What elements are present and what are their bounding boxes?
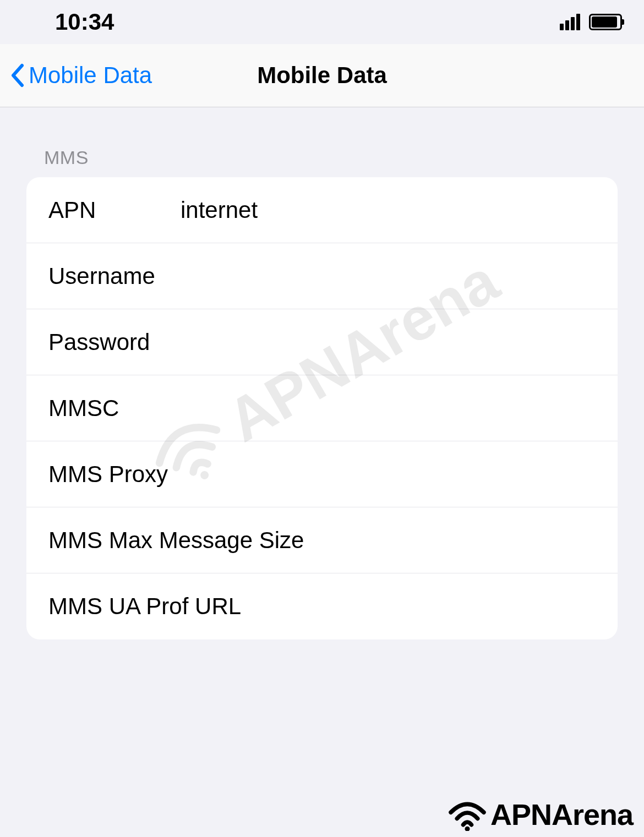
row-label-username: Username [48, 263, 181, 289]
wifi-icon [445, 798, 489, 831]
input-mmsc[interactable] [181, 395, 596, 422]
chevron-left-icon [10, 63, 25, 87]
row-label-mmsc: MMSC [48, 395, 181, 422]
branding-logo: APNArena [445, 797, 633, 831]
status-bar: 10:34 [0, 0, 644, 44]
input-mms-proxy[interactable] [181, 461, 596, 488]
back-button[interactable]: Mobile Data [10, 62, 152, 89]
branding-text: APNArena [490, 797, 633, 831]
content-area: MMS APN Username Password MMSC MMS Proxy… [0, 107, 644, 639]
status-time: 10:34 [55, 9, 114, 35]
input-mms-ua-prof-url[interactable] [241, 593, 596, 620]
input-username[interactable] [181, 263, 596, 289]
row-password[interactable]: Password [26, 309, 618, 375]
row-mmsc[interactable]: MMSC [26, 375, 618, 441]
battery-icon [589, 14, 622, 30]
svg-point-1 [465, 827, 470, 831]
row-label-apn: APN [48, 197, 181, 223]
row-label-mms-max-size: MMS Max Message Size [48, 527, 304, 554]
row-label-mms-ua-prof-url: MMS UA Prof URL [48, 593, 241, 620]
row-mms-max-size[interactable]: MMS Max Message Size [26, 507, 618, 573]
back-label: Mobile Data [29, 62, 152, 89]
page-title: Mobile Data [257, 62, 387, 89]
input-password[interactable] [181, 329, 596, 355]
row-apn[interactable]: APN [26, 177, 618, 243]
settings-group-mms: APN Username Password MMSC MMS Proxy MMS… [26, 177, 618, 639]
section-header-mms: MMS [26, 107, 618, 177]
row-label-mms-proxy: MMS Proxy [48, 461, 181, 488]
row-mms-proxy[interactable]: MMS Proxy [26, 441, 618, 507]
input-apn[interactable] [181, 197, 596, 223]
row-mms-ua-prof-url[interactable]: MMS UA Prof URL [26, 573, 618, 639]
input-mms-max-size[interactable] [304, 527, 596, 554]
cellular-signal-icon [560, 14, 580, 30]
row-username[interactable]: Username [26, 243, 618, 309]
row-label-password: Password [48, 329, 181, 355]
navigation-bar: Mobile Data Mobile Data [0, 44, 644, 107]
status-icons [560, 14, 622, 30]
